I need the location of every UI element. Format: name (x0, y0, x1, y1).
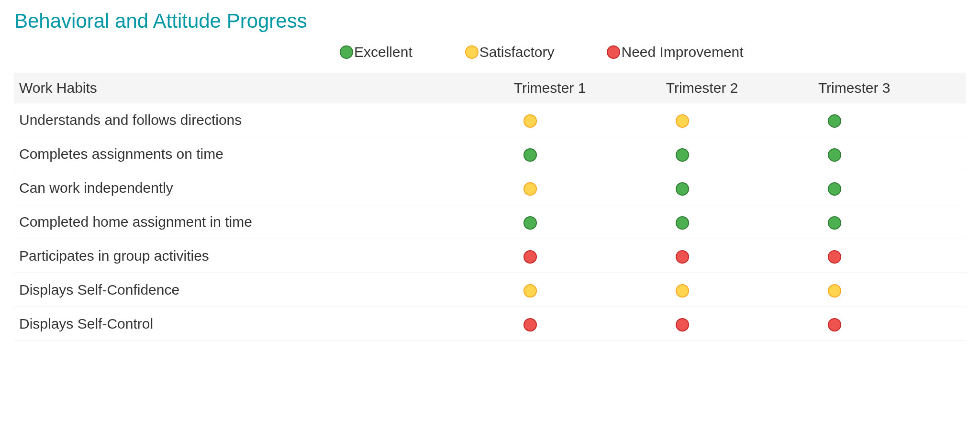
status-cell-t3 (813, 273, 966, 307)
status-cell-t2 (661, 239, 813, 273)
habit-label: Displays Self-Control (14, 307, 509, 341)
status-cell-t1 (509, 137, 661, 171)
progress-report: Behavioral and Attitude Progress Excelle… (0, 0, 980, 341)
col-header-t2: Trimester 2 (661, 73, 813, 103)
status-cell-t2 (661, 103, 813, 137)
habit-label: Completed home assignment in time (14, 205, 509, 239)
progress-table: Work Habits Trimester 1 Trimester 2 Trim… (14, 73, 966, 341)
dot-satisfactory-icon (523, 114, 537, 128)
dot-satisfactory-icon (465, 45, 479, 59)
habit-label: Displays Self-Confidence (14, 273, 509, 307)
status-cell-t1 (509, 239, 661, 273)
status-cell-t2 (661, 137, 813, 171)
status-cell-t3 (813, 307, 966, 341)
status-cell-t1 (509, 307, 661, 341)
status-cell-t3 (813, 103, 966, 137)
legend-item-satisfactory: Satisfactory (465, 44, 555, 60)
status-cell-t3 (813, 137, 966, 171)
legend-label-excellent: Excellent (354, 44, 412, 60)
dot-need-icon (523, 318, 537, 332)
table-row: Completed home assignment in time (14, 205, 966, 239)
col-header-habit: Work Habits (14, 73, 509, 103)
col-header-t1: Trimester 1 (509, 73, 661, 103)
page-title: Behavioral and Attitude Progress (14, 10, 966, 33)
dot-excellent-icon (340, 45, 353, 59)
dot-need-icon (828, 250, 841, 264)
dot-satisfactory-icon (828, 284, 841, 298)
status-cell-t2 (661, 307, 813, 341)
dot-excellent-icon (523, 216, 537, 230)
status-cell-t1 (509, 103, 661, 137)
status-cell-t3 (813, 205, 966, 239)
dot-satisfactory-icon (676, 114, 689, 128)
table-row: Understands and follows directions (14, 103, 966, 137)
status-cell-t1 (509, 273, 661, 307)
dot-need-icon (676, 318, 689, 332)
legend-label-need: Need Improvement (621, 44, 743, 60)
dot-satisfactory-icon (676, 284, 689, 298)
table-row: Completes assignments on time (14, 137, 966, 171)
status-cell-t2 (661, 171, 813, 205)
status-cell-t3 (813, 171, 966, 205)
table-header-row: Work Habits Trimester 1 Trimester 2 Trim… (14, 73, 966, 103)
legend-label-satisfactory: Satisfactory (479, 44, 555, 60)
dot-need-icon (607, 45, 620, 59)
dot-need-icon (828, 318, 841, 332)
dot-excellent-icon (523, 148, 537, 162)
table-row: Displays Self-Confidence (14, 273, 966, 307)
dot-satisfactory-icon (523, 182, 537, 196)
dot-excellent-icon (676, 182, 689, 196)
dot-excellent-icon (828, 148, 841, 162)
habit-label: Can work independently (14, 171, 509, 205)
col-header-t3: Trimester 3 (813, 73, 966, 103)
status-cell-t1 (509, 205, 661, 239)
habit-label: Participates in group activities (14, 239, 509, 273)
status-cell-t2 (661, 273, 813, 307)
dot-satisfactory-icon (523, 284, 537, 298)
table-row: Participates in group activities (14, 239, 966, 273)
dot-excellent-icon (828, 216, 841, 230)
legend: Excellent Satisfactory Need Improvement (14, 44, 966, 60)
table-row: Can work independently (14, 171, 966, 205)
dot-need-icon (676, 250, 689, 264)
habit-label: Completes assignments on time (14, 137, 509, 171)
legend-item-need: Need Improvement (607, 44, 743, 60)
status-cell-t3 (813, 239, 966, 273)
dot-excellent-icon (828, 114, 841, 128)
status-cell-t1 (509, 171, 661, 205)
habit-label: Understands and follows directions (14, 103, 509, 137)
legend-item-excellent: Excellent (340, 44, 412, 60)
dot-excellent-icon (676, 148, 689, 162)
dot-excellent-icon (828, 182, 841, 196)
dot-excellent-icon (676, 216, 689, 230)
dot-need-icon (523, 250, 537, 264)
table-row: Displays Self-Control (14, 307, 966, 341)
status-cell-t2 (661, 205, 813, 239)
